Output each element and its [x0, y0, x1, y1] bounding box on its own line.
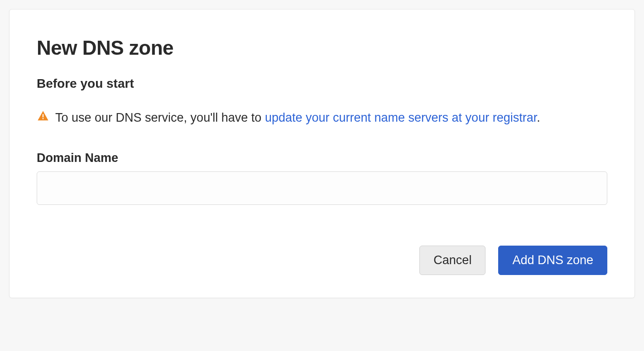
- form-actions: Cancel Add DNS zone: [37, 246, 607, 275]
- domain-name-label: Domain Name: [37, 151, 607, 165]
- add-dns-zone-button[interactable]: Add DNS zone: [498, 246, 607, 275]
- page-title: New DNS zone: [37, 37, 607, 59]
- svg-rect-0: [43, 114, 43, 117]
- domain-name-input[interactable]: [37, 171, 607, 205]
- notice-text: To use our DNS service, you'll have to u…: [37, 108, 607, 128]
- svg-rect-1: [43, 118, 43, 119]
- warning-icon: [37, 109, 49, 128]
- before-you-start-heading: Before you start: [37, 76, 607, 91]
- update-nameservers-link[interactable]: update your current name servers at your…: [265, 111, 537, 124]
- dns-zone-card: New DNS zone Before you start To use our…: [9, 9, 635, 298]
- notice-prefix: To use our DNS service, you'll have to: [52, 111, 265, 124]
- cancel-button[interactable]: Cancel: [419, 246, 485, 275]
- notice-suffix: .: [537, 111, 540, 124]
